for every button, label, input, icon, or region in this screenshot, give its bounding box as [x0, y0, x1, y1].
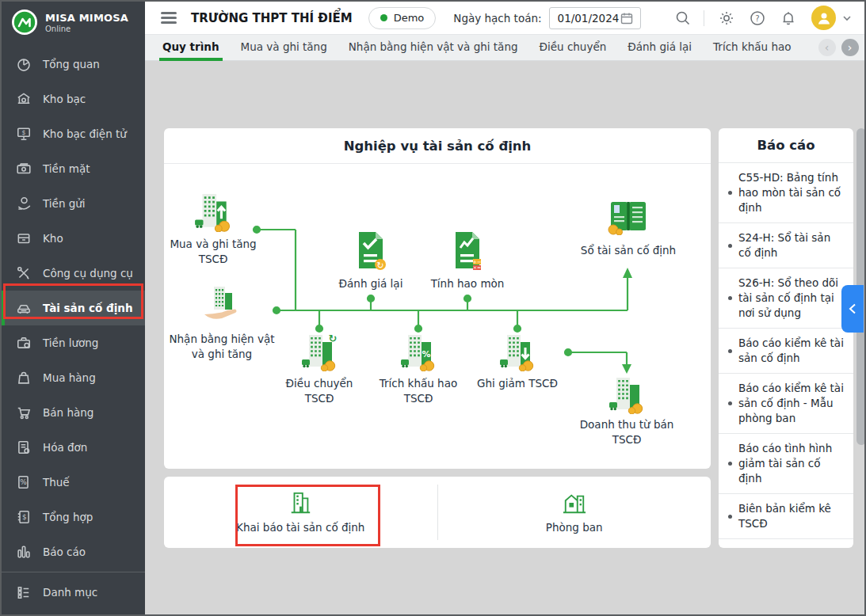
shortcuts-card: Khai báo tài sản cố định Phòng ban — [164, 477, 711, 548]
sidebar-item-danh-muc[interactable]: Danh mục — [2, 575, 145, 610]
demo-badge: Demo — [368, 7, 437, 29]
sidebar-item-tong-hop[interactable]: $ Tổng hợp — [2, 500, 145, 534]
chevron-down-icon[interactable] — [841, 12, 853, 25]
user-avatar[interactable] — [811, 6, 836, 30]
sidebar-item-kho-bac-dien-tu[interactable]: $ Kho bạc điện tử — [2, 116, 145, 151]
tab-scroll-left-icon[interactable]: ‹ — [818, 39, 836, 56]
sidebar-item-tien-luong[interactable]: Tiền lương — [2, 325, 145, 360]
flow-label-ghi-giam[interactable]: Ghi giảm TSCĐ — [477, 376, 558, 391]
shortcut-khai-bao-tscd[interactable]: Khai báo tài sản cố định — [164, 477, 437, 548]
flow-label-dieu-chuyen[interactable]: Điều chuyểnTSCĐ — [286, 376, 353, 406]
flow-label-doanh-thu[interactable]: Doanh thu từ bánTSCĐ — [580, 417, 674, 447]
sidebar-item-label: Báo cáo — [43, 546, 86, 558]
hamburger-menu-icon[interactable] — [161, 10, 177, 27]
misa-logo-icon — [11, 9, 38, 36]
flow-node-trich-khau-hao-icon[interactable]: % — [399, 333, 437, 371]
sidebar-item-label: Tiền lương — [43, 337, 98, 349]
bullet-icon — [728, 349, 732, 353]
tab-controls: ‹ › ••• — [813, 39, 866, 56]
sidebar-item-label: Bán hàng — [43, 406, 93, 419]
sidebar-item-label: Kho bạc điện tử — [43, 127, 127, 140]
sidebar-divider — [2, 572, 145, 572]
sidebar-item-tien-gui[interactable]: Tiền gửi — [2, 186, 145, 221]
flow-node-tinh-hao-mon-icon[interactable]: +−×= — [450, 230, 485, 270]
sidebar-item-label: Hóa đơn — [43, 441, 87, 454]
report-item[interactable]: S24-H: Sổ tài sản cố định — [719, 223, 853, 268]
report-item-label: C55-HD: Bảng tính hao mòn tài sản cố địn… — [738, 170, 845, 215]
report-item[interactable]: Báo cáo kiểm kê tài sản cố định - Mẫu ph… — [719, 374, 853, 434]
tab-danh-gia-lai[interactable]: Đánh giá lại — [628, 35, 692, 61]
sidebar-item-label: Tổng hợp — [43, 511, 93, 523]
tab-dieu-chuyen[interactable]: Điều chuyển — [540, 35, 607, 61]
sidebar-item-partial[interactable]: Số dư ban đầu — [2, 610, 145, 616]
logo-subtitle: Online — [45, 25, 128, 33]
car-icon — [16, 300, 32, 316]
svg-text:↻: ↻ — [329, 333, 338, 344]
header-separator — [704, 10, 704, 26]
flow-label-mua[interactable]: Mua và ghi tăngTSCĐ — [170, 237, 256, 267]
report-item[interactable]: Báo cáo tình hình giảm tài sản cố định — [719, 434, 853, 494]
settings-gear-icon[interactable] — [718, 10, 735, 27]
tab-bar: Quy trình Mua và ghi tăng Nhận bằng hiện… — [145, 35, 864, 61]
accounting-date-box[interactable] — [549, 7, 641, 29]
sidebar-item-label: Tài sản cố định — [43, 302, 133, 314]
sidebar-item-bao-cao[interactable]: Báo cáo — [2, 534, 145, 569]
sidebar-item-cong-cu-dung-cu[interactable]: Công cụ dụng cụ — [2, 256, 145, 291]
flow-node-ghi-giam-icon[interactable] — [498, 333, 536, 371]
demo-badge-label: Demo — [394, 12, 425, 24]
bullet-icon — [728, 462, 732, 466]
flow-label-tinh-hao-mon[interactable]: Tính hao mòn — [431, 276, 505, 291]
logo-title: MISA MIMOSA — [45, 12, 128, 24]
sidebar-item-kho[interactable]: Kho — [2, 221, 145, 256]
report-item[interactable]: C55-HD: Bảng tính hao mòn tài sản cố địn… — [719, 163, 853, 223]
search-icon[interactable] — [674, 10, 692, 27]
tab-quy-trinh[interactable]: Quy trình — [162, 35, 219, 61]
flow-node-doanh-thu-icon[interactable] — [608, 376, 646, 414]
svg-text:↻: ↻ — [376, 260, 383, 271]
sidebar-item-label: Tổng quan — [43, 58, 100, 70]
flow-label-so-tscd[interactable]: Sổ tài sản cố định — [581, 243, 676, 258]
sidebar-item-label: Công cụ dụng cụ — [43, 267, 133, 279]
panel-collapse-tab[interactable] — [841, 285, 864, 333]
sidebar-item-tien-mat[interactable]: Tiền mặt — [2, 151, 145, 186]
flow-node-danh-gia-lai-icon[interactable]: ↻ — [353, 230, 388, 270]
report-item-label: Báo cáo tình hình giảm tài sản cố định — [738, 441, 845, 486]
declare-asset-icon — [288, 491, 313, 515]
report-item[interactable]: Biên bản kiểm kê TSCĐ — [719, 494, 853, 539]
flow-label-danh-gia-lai[interactable]: Đánh giá lại — [339, 276, 403, 291]
report-item[interactable]: S26-H: Sổ theo dõi tài sản cố định tại n… — [719, 268, 853, 329]
tab-trich-khau-hao[interactable]: Trích khấu hao — [713, 35, 791, 61]
accounting-date-input[interactable] — [558, 12, 620, 25]
shortcut-phong-ban[interactable]: Phòng ban — [438, 477, 711, 548]
sidebar-item-ban-hang[interactable]: Bán hàng — [2, 395, 145, 430]
hand-coin-icon — [16, 196, 32, 211]
flow-node-so-tscd-icon[interactable] — [608, 197, 649, 235]
sidebar-item-tong-quan[interactable]: Tổng quan — [2, 47, 145, 82]
help-icon[interactable]: ? — [749, 10, 766, 27]
flow-label-nhan-bang-hien-vat[interactable]: Nhận bằng hiện vậtvà ghi tăng — [169, 332, 274, 362]
sidebar-item-hoa-don[interactable]: Hóa đơn — [2, 430, 145, 465]
shortcut-label: Khai báo tài sản cố định — [236, 521, 364, 534]
svg-text:%: % — [422, 349, 430, 359]
tools-icon — [16, 265, 32, 281]
sidebar-item-thue[interactable]: % Thuế — [2, 465, 145, 500]
sidebar-item-kho-bac[interactable]: Kho bạc — [2, 82, 145, 116]
sidebar-item-mua-hang[interactable]: Mua hàng — [2, 360, 145, 395]
tab-scroll-right-icon[interactable]: › — [841, 39, 859, 56]
flow-label-trich-khau-hao[interactable]: Trích khấu haoTSCĐ — [380, 376, 457, 406]
tab-mua-va-ghi-tang[interactable]: Mua và ghi tăng — [241, 35, 327, 61]
status-dot-icon — [380, 14, 387, 21]
notifications-bell-icon[interactable] — [780, 10, 797, 27]
svg-text:?: ? — [755, 14, 759, 23]
flow-node-dieu-chuyen-icon[interactable]: ↻ — [300, 333, 338, 371]
report-item[interactable]: Báo cáo kiểm kê tài sản cố định — [719, 329, 853, 374]
calendar-icon[interactable] — [620, 11, 634, 25]
view-all-reports-link[interactable]: Xem tất cả báo cáo — [719, 539, 853, 548]
percent-doc-icon: % — [16, 474, 32, 490]
sidebar-item-label: Tiền gửi — [43, 197, 86, 210]
flow-node-nhan-bang-hien-vat-icon[interactable] — [201, 285, 242, 325]
tab-nhan-bang-hien-vat[interactable]: Nhận bằng hiện vật và ghi tăng — [349, 35, 518, 61]
sidebar-item-tai-san-co-dinh[interactable]: Tài sản cố định — [2, 291, 145, 325]
flow-node-mua-icon[interactable] — [193, 192, 233, 232]
bullet-icon — [728, 191, 732, 195]
